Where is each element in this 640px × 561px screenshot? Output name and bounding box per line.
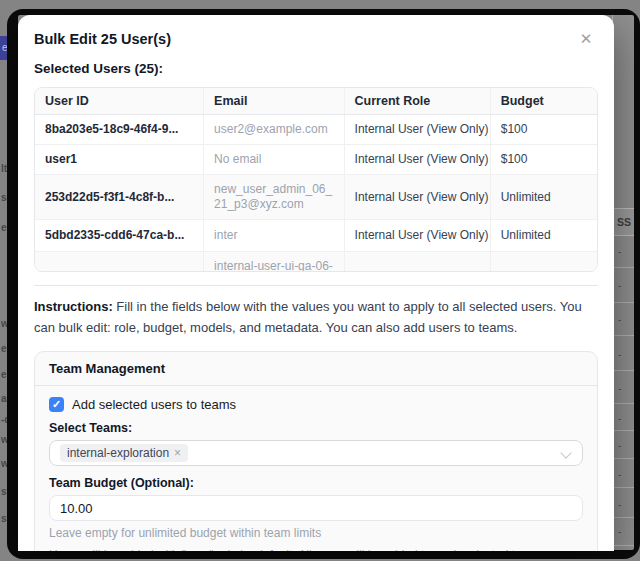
instructions-label: Instructions: [34, 299, 113, 314]
table-row: 5dbd2335-cdd6-47ca-b... inter Internal U… [35, 220, 597, 252]
divider [34, 285, 598, 286]
modal-title: Bulk Edit 25 User(s) [34, 30, 171, 48]
background-cell-dash: - [618, 414, 621, 424]
browser-window: SS - - - - - - - - - - Bulk Edit 25 [7, 9, 640, 559]
budget-cell: Unlimited [490, 220, 597, 252]
budget-helper-text: Leave empty for unlimited budget within … [49, 527, 583, 539]
background-cell-dash: - [618, 315, 621, 325]
budget-cell [490, 252, 597, 273]
email-cell: new_user_admin_06_21_p3@xyz.com [204, 175, 345, 220]
role-cell: Internal User (View Only) [344, 145, 490, 175]
email-cell: inter [204, 220, 345, 252]
selected-users-table-scroll[interactable]: User ID Email Current Role Budget 8ba203… [34, 87, 598, 272]
table-row: user1 No email Internal User (View Only)… [35, 145, 597, 175]
user-id-cell: 253d22d5-f3f1-4c8f-b... [35, 175, 204, 220]
remove-tag-icon[interactable]: × [174, 446, 181, 460]
user-id-cell: user1 [35, 145, 204, 175]
user-id-cell [35, 252, 204, 273]
background-table-column: SS - - - - - - - - - - [612, 15, 634, 550]
column-header-budget: Budget [490, 88, 597, 115]
team-budget-label: Team Budget (Optional): [49, 477, 583, 490]
background-cell-dash: - [618, 527, 621, 537]
role-cell: Internal User (View Only) [344, 220, 490, 252]
checkbox-checked-icon[interactable]: ✓ [49, 397, 64, 412]
user-id-cell: 5dbd2335-cdd6-47ca-b... [35, 220, 204, 252]
background-column-header: SS [613, 208, 634, 236]
selected-team-tag: internal-exploration× [60, 444, 188, 462]
background-cell-dash: - [618, 384, 621, 394]
checkbox-label: Add selected users to teams [72, 397, 236, 412]
background-cell-dash: - [618, 281, 621, 291]
user-id-cell: 8ba203e5-18c9-46f4-9... [35, 115, 204, 145]
background-cell-dash: - [618, 441, 621, 451]
column-header-email: Email [204, 88, 345, 115]
email-cell: internal-user-ui-qa-06-28- [204, 252, 345, 273]
chevron-down-icon[interactable] [560, 447, 571, 458]
table-row: 253d22d5-f3f1-4c8f-b... new_user_admin_0… [35, 175, 597, 220]
budget-cell: $100 [490, 145, 597, 175]
instructions-text: Instructions: Fill in the fields below w… [34, 296, 598, 338]
background-cell-dash: - [618, 470, 621, 480]
budget-cell: Unlimited [490, 175, 597, 220]
role-cell: Internal User (View Only) [344, 175, 490, 220]
team-management-section: Team Management ✓ Add selected users to … [34, 351, 598, 551]
role-cell: Internal User (View Only) [344, 115, 490, 145]
column-header-current-role: Current Role [344, 88, 490, 115]
table-row: internal-user-ui-qa-06-28- [35, 252, 597, 273]
close-icon[interactable]: ✕ [574, 27, 598, 51]
selected-users-heading: Selected Users (25): [34, 60, 598, 78]
budget-cell: $100 [490, 115, 597, 145]
bulk-edit-modal: Bulk Edit 25 User(s) ✕ Selected Users (2… [18, 15, 614, 551]
teams-multiselect[interactable]: internal-exploration× [49, 440, 583, 466]
footer-note: Users will be added with "user" role by … [49, 549, 583, 551]
background-cell-dash: - [618, 500, 621, 510]
select-teams-label: Select Teams: [49, 422, 583, 435]
background-cell-dash: - [618, 350, 621, 360]
table-row: 8ba203e5-18c9-46f4-9... user2@example.co… [35, 115, 597, 145]
team-budget-input[interactable] [49, 495, 583, 521]
email-cell: user2@example.com [204, 115, 345, 145]
selected-users-table: User ID Email Current Role Budget 8ba203… [35, 88, 597, 272]
background-cell-dash: - [618, 247, 621, 257]
column-header-user-id: User ID [35, 88, 204, 115]
email-cell: No email [204, 145, 345, 175]
role-cell [344, 252, 490, 273]
add-users-to-teams-checkbox-row[interactable]: ✓ Add selected users to teams [49, 396, 583, 412]
team-management-header: Team Management [35, 352, 597, 386]
